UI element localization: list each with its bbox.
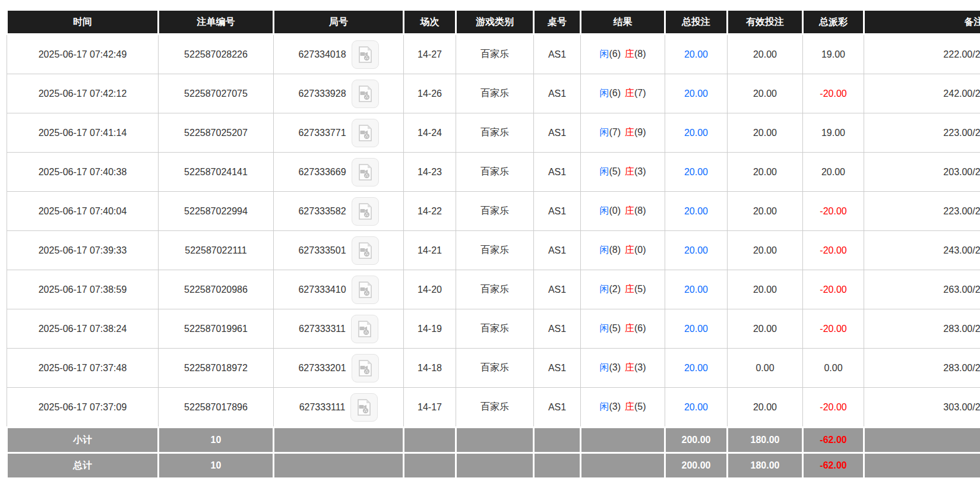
cell-table-number: AS1 — [534, 309, 581, 349]
result-banker-points: (3) — [634, 166, 646, 176]
grand-total-row: 总计 10 200.00 180.00 -62.00 — [7, 453, 980, 479]
subtotal-count: 10 — [159, 428, 274, 453]
round-number-text: 627333669 — [298, 167, 346, 178]
cell-table-number: AS1 — [534, 388, 581, 428]
video-file-replay-icon — [358, 281, 373, 298]
cell-table-number: AS1 — [534, 113, 581, 153]
header-row: 时间 注单编号 局号 场次 游戏类别 桌号 结果 总投注 有效投注 总派彩 备注 — [7, 10, 980, 34]
result-player-points: (5) — [609, 323, 621, 333]
result-banker-label: 庄 — [625, 49, 634, 59]
cell-remark: 223.00/242.00 — [864, 113, 980, 153]
total-empty-game-type — [456, 453, 534, 479]
subtotal-label: 小计 — [7, 428, 159, 453]
cell-total-bet: 20.00 — [665, 113, 728, 153]
result-player-points: (3) — [609, 401, 621, 412]
result-player-label: 闲 — [599, 127, 609, 137]
cell-result: 闲(2)庄(5) — [581, 270, 665, 309]
result-banker-label: 庄 — [625, 401, 634, 412]
round-number-text: 627333201 — [298, 363, 346, 374]
video-replay-button[interactable] — [352, 354, 379, 382]
total-label: 总计 — [7, 453, 159, 479]
video-replay-button[interactable] — [352, 80, 379, 108]
cell-total-bet: 20.00 — [665, 34, 728, 74]
cell-session: 14-21 — [404, 231, 456, 270]
cell-result: 闲(5)庄(6) — [581, 309, 665, 349]
result-banker-label: 庄 — [625, 88, 634, 98]
cell-table-number: AS1 — [534, 349, 581, 388]
result-banker-points: (9) — [634, 127, 646, 137]
table-row: 2025-06-17 07:38:59 522587020986 6273334… — [7, 270, 980, 309]
cell-remark: 303.00/283.00 — [864, 388, 980, 428]
cell-game-type: 百家乐 — [456, 270, 534, 309]
cell-round-number: 627333311 — [274, 309, 404, 349]
cell-remark: 223.00/203.00 — [864, 192, 980, 231]
cell-result: 闲(7)庄(9) — [581, 113, 665, 153]
table-body: 2025-06-17 07:42:49 522587028226 6273340… — [7, 34, 980, 428]
cell-payout: -20.00 — [803, 388, 864, 428]
cell-session: 14-24 — [404, 113, 456, 153]
cell-bet-number: 522587028226 — [159, 34, 274, 74]
subtotal-empty-result — [581, 428, 665, 453]
bet-records-table: 时间 注单编号 局号 场次 游戏类别 桌号 结果 总投注 有效投注 总派彩 备注… — [6, 9, 980, 479]
cell-game-type: 百家乐 — [456, 34, 534, 74]
video-replay-button[interactable] — [350, 393, 378, 422]
cell-round-number: 627333501 — [274, 231, 404, 270]
cell-remark: 263.00/243.00 — [864, 270, 980, 309]
cell-valid-bet: 20.00 — [728, 231, 803, 270]
table-row: 2025-06-17 07:42:12 522587027075 6273339… — [7, 74, 980, 113]
video-file-replay-icon — [358, 242, 373, 259]
subtotal-empty-remark — [864, 428, 980, 453]
video-replay-button[interactable] — [352, 40, 379, 69]
result-banker-label: 庄 — [625, 166, 634, 176]
result-player-points: (6) — [609, 88, 621, 98]
cell-bet-number: 522587027075 — [159, 74, 274, 113]
col-header-time: 时间 — [7, 10, 159, 34]
cell-time: 2025-06-17 07:42:12 — [7, 74, 159, 113]
cell-payout: -20.00 — [803, 270, 864, 309]
total-payout: -62.00 — [803, 453, 864, 479]
video-replay-button[interactable] — [351, 315, 378, 343]
video-replay-button[interactable] — [352, 119, 379, 147]
cell-game-type: 百家乐 — [456, 153, 534, 192]
col-header-valid-bet: 有效投注 — [728, 10, 803, 34]
cell-session: 14-20 — [404, 270, 456, 309]
cell-game-type: 百家乐 — [456, 309, 534, 349]
cell-round-number: 627333111 — [274, 388, 404, 428]
video-replay-button[interactable] — [352, 197, 379, 226]
video-replay-button[interactable] — [352, 276, 379, 304]
result-banker-points: (0) — [634, 245, 646, 255]
col-header-total-bet: 总投注 — [665, 10, 728, 34]
subtotal-empty-table — [534, 428, 581, 453]
cell-time: 2025-06-17 07:41:14 — [7, 113, 159, 153]
total-count: 10 — [159, 453, 274, 479]
cell-result: 闲(8)庄(0) — [581, 231, 665, 270]
cell-valid-bet: 20.00 — [728, 192, 803, 231]
cell-round-number: 627333410 — [274, 270, 404, 309]
table-header: 时间 注单编号 局号 场次 游戏类别 桌号 结果 总投注 有效投注 总派彩 备注 — [7, 10, 980, 34]
col-header-game-type: 游戏类别 — [456, 10, 534, 34]
result-player-points: (2) — [609, 284, 621, 294]
result-banker-points: (5) — [634, 284, 646, 294]
video-replay-button[interactable] — [352, 236, 379, 265]
video-file-replay-icon — [358, 203, 373, 220]
cell-payout: -20.00 — [803, 74, 864, 113]
result-banker-label: 庄 — [625, 205, 634, 216]
round-number-text: 627333582 — [298, 206, 346, 217]
cell-session: 14-18 — [404, 349, 456, 388]
cell-table-number: AS1 — [534, 270, 581, 309]
col-header-table-number: 桌号 — [534, 10, 581, 34]
table-footer: 小计 10 200.00 180.00 -62.00 总计 10 200.00 … — [7, 428, 980, 479]
cell-result: 闲(5)庄(3) — [581, 153, 665, 192]
cell-time: 2025-06-17 07:38:59 — [7, 270, 159, 309]
subtotal-valid-bet: 180.00 — [728, 428, 803, 453]
total-total-bet: 200.00 — [665, 453, 728, 479]
round-number-text: 627334018 — [298, 49, 346, 60]
cell-time: 2025-06-17 07:37:09 — [7, 388, 159, 428]
table-row: 2025-06-17 07:39:33 522587022111 6273335… — [7, 231, 980, 270]
video-replay-button[interactable] — [352, 158, 379, 186]
table-row: 2025-06-17 07:37:48 522587018972 6273332… — [7, 349, 980, 388]
result-player-points: (7) — [609, 127, 621, 137]
video-file-replay-icon — [357, 321, 372, 337]
total-empty-round — [274, 453, 404, 479]
cell-round-number: 627333771 — [274, 113, 404, 153]
